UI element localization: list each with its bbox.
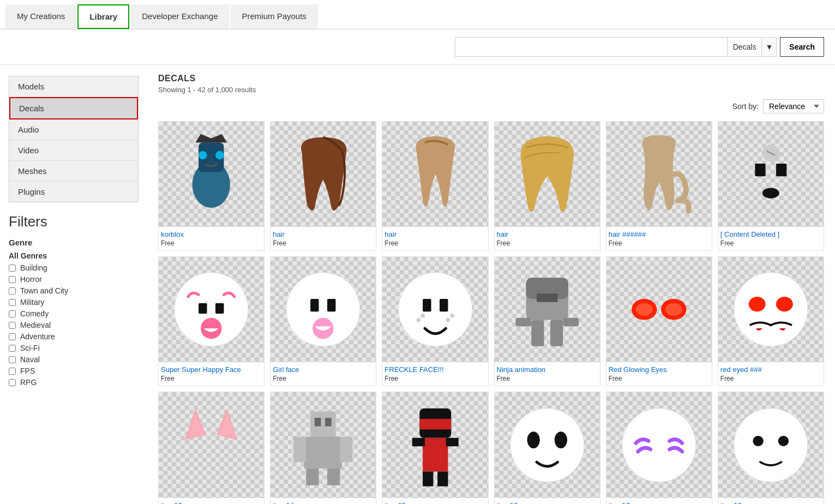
tab-my-creations[interactable]: My Creations — [5, 4, 76, 29]
item-name-9[interactable]: FRECKLE FACE!!! — [385, 365, 485, 374]
item-card-9[interactable]: FRECKLE FACE!!!Free — [382, 256, 488, 386]
item-name-3[interactable]: hair — [385, 230, 485, 238]
genre-checkbox-sci-fi[interactable] — [9, 345, 16, 352]
search-button[interactable]: Search — [780, 37, 824, 57]
item-card-2[interactable]: hairFree — [270, 121, 376, 251]
svg-point-59 — [527, 431, 539, 448]
item-name-15[interactable]: item15 — [385, 501, 485, 504]
genre-checkbox-rpg[interactable] — [9, 379, 16, 386]
search-bar: Decals ▼ Search — [0, 29, 835, 65]
tab-library[interactable]: Library — [77, 4, 129, 29]
item-price-12: Free — [720, 375, 821, 382]
genre-label: Adventure — [20, 332, 55, 341]
svg-point-36 — [734, 273, 808, 346]
genre-checkbox-military[interactable] — [9, 299, 16, 306]
svg-rect-15 — [311, 299, 319, 311]
sidebar-item-video[interactable]: Video — [9, 140, 138, 161]
item-info-12: red eyed ###Free — [718, 362, 824, 386]
item-card-4[interactable]: hairFree — [494, 121, 600, 251]
svg-point-61 — [622, 408, 696, 482]
genre-label: Naval — [20, 355, 40, 364]
item-name-6[interactable]: [ Content Deleted ] — [720, 230, 821, 238]
item-name-16[interactable]: item16 — [497, 501, 598, 505]
sidebar-item-meshes[interactable]: Meshes — [9, 161, 138, 182]
genre-label: Horror — [20, 275, 42, 284]
svg-rect-45 — [294, 436, 307, 461]
item-card-18[interactable]: item18Free — [718, 392, 824, 504]
sidebar-item-audio[interactable]: Audio — [9, 119, 138, 140]
category-dropdown[interactable]: Decals ▼ — [728, 37, 777, 57]
item-price-6: Free — [720, 239, 821, 247]
genre-checkbox-adventure[interactable] — [9, 333, 16, 340]
item-thumbnail-10 — [495, 257, 600, 362]
svg-rect-6 — [776, 164, 786, 176]
svg-rect-30 — [515, 318, 531, 326]
item-name-7[interactable]: Super Super Happy Face — [161, 365, 262, 374]
genre-checkbox-fps[interactable] — [9, 368, 16, 375]
item-name-18[interactable]: item18 — [720, 501, 821, 504]
genre-checkbox-medieval[interactable] — [9, 322, 16, 329]
svg-rect-11 — [199, 303, 207, 314]
item-card-3[interactable]: hairFree — [382, 121, 488, 251]
sidebar-item-decals[interactable]: Decals — [9, 97, 138, 119]
svg-point-23 — [446, 318, 450, 322]
svg-point-63 — [753, 436, 764, 446]
item-name-1[interactable]: korblox — [161, 230, 262, 238]
genre-checkbox-horror[interactable] — [9, 276, 16, 283]
item-name-13[interactable]: item13 — [161, 501, 262, 505]
svg-rect-28 — [531, 320, 544, 346]
item-thumbnail-7 — [159, 257, 264, 362]
category-arrow-icon[interactable]: ▼ — [761, 38, 776, 56]
sidebar-item-models[interactable]: Models — [9, 76, 138, 97]
item-card-5[interactable]: hair ######Free — [606, 121, 712, 251]
svg-point-37 — [749, 297, 766, 312]
item-card-13[interactable]: item13Free — [158, 392, 265, 504]
item-price-4: Free — [497, 239, 598, 247]
genre-checkbox-building[interactable] — [9, 265, 16, 272]
tab-developer-exchange[interactable]: Developer Exchange — [130, 4, 229, 29]
content-header: DECALS Showing 1 - 42 of 1,000 results — [158, 74, 824, 94]
content-title: DECALS — [158, 74, 824, 83]
item-thumbnail-3 — [382, 122, 488, 227]
item-name-17[interactable]: item17 — [609, 501, 710, 504]
genre-item-comedy: Comedy — [9, 309, 139, 318]
genre-label: Town and City — [20, 286, 68, 295]
item-name-11[interactable]: Red Glowing Eyes — [609, 365, 710, 374]
svg-rect-49 — [315, 418, 321, 426]
search-input[interactable] — [455, 37, 728, 57]
genre-checkbox-town-and-city[interactable] — [9, 287, 16, 295]
sidebar-item-plugins[interactable]: Plugins — [9, 182, 138, 202]
genre-checkbox-comedy[interactable] — [9, 310, 16, 317]
item-info-2: hairFree — [271, 227, 376, 250]
item-card-17[interactable]: item17Free — [606, 392, 712, 504]
tab-premium-payouts[interactable]: Premium Payouts — [230, 4, 317, 29]
item-card-6[interactable]: [ Content Deleted ]Free — [718, 121, 824, 251]
genre-item-town-and-city: Town and City — [9, 286, 139, 295]
sort-select[interactable]: Relevance Most Taken Favorites Updated R… — [763, 99, 824, 113]
item-name-8[interactable]: Girl face — [273, 365, 374, 374]
item-card-12[interactable]: red eyed ###Free — [718, 256, 824, 386]
item-card-14[interactable]: item14Free — [270, 392, 376, 504]
item-name-2[interactable]: hair — [273, 230, 374, 238]
item-price-5: Free — [609, 239, 710, 247]
svg-rect-31 — [563, 318, 579, 326]
svg-rect-19 — [423, 299, 431, 311]
genre-label: Building — [20, 263, 47, 272]
svg-point-58 — [510, 408, 584, 482]
item-card-7[interactable]: Super Super Happy FaceFree — [158, 256, 265, 386]
item-card-8[interactable]: Girl faceFree — [270, 256, 376, 386]
item-card-16[interactable]: item16Free — [494, 392, 600, 504]
item-name-14[interactable]: item14 — [273, 501, 374, 504]
svg-point-22 — [420, 314, 425, 318]
item-name-10[interactable]: Ninja animation — [497, 365, 598, 374]
item-name-5[interactable]: hair ###### — [609, 230, 710, 238]
item-card-15[interactable]: item15Free — [382, 392, 488, 504]
item-name-4[interactable]: hair — [497, 230, 598, 238]
genre-checkbox-naval[interactable] — [9, 356, 16, 363]
item-name-12[interactable]: red eyed ### — [720, 365, 821, 374]
item-card-11[interactable]: Red Glowing EyesFree — [606, 256, 712, 386]
item-info-11: Red Glowing EyesFree — [606, 362, 712, 386]
svg-marker-2 — [196, 134, 227, 142]
item-card-10[interactable]: Ninja animationFree — [494, 256, 600, 386]
item-card-1[interactable]: korbloxFree — [158, 121, 265, 251]
